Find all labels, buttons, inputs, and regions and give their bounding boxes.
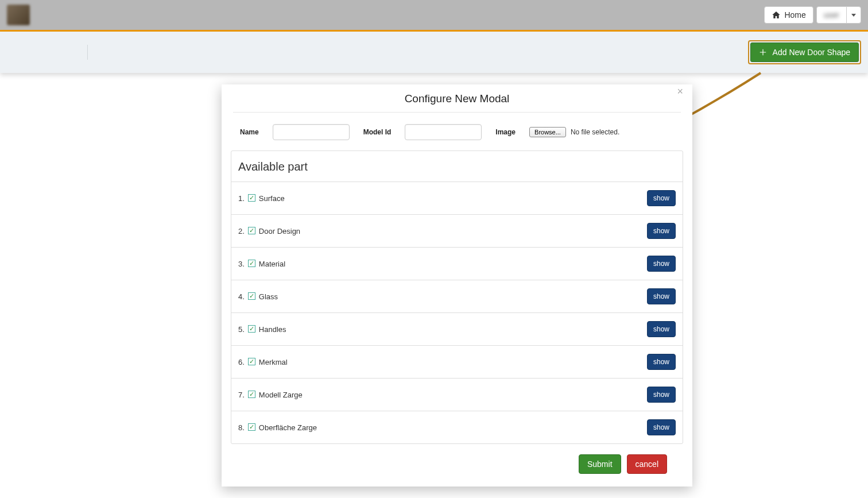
part-label: Modell Zarge: [259, 391, 303, 399]
user-dropdown-toggle[interactable]: [846, 6, 861, 24]
part-left: 4.Glass: [238, 292, 278, 301]
part-number: 2.: [238, 227, 245, 236]
part-label: Material: [259, 260, 285, 268]
part-number: 3.: [238, 260, 245, 268]
part-number: 7.: [238, 391, 245, 399]
part-label: Oberfläche Zarge: [259, 423, 317, 432]
add-new-door-shape-button[interactable]: Add New Door Shape: [750, 43, 859, 62]
add-button-label: Add New Door Shape: [773, 48, 850, 57]
parts-list: 1.Surfaceshow2.Door Designshow3.Material…: [231, 182, 683, 443]
part-number: 1.: [238, 194, 245, 203]
part-left: 1.Surface: [238, 194, 285, 203]
part-row: 6.Merkmalshow: [231, 346, 683, 379]
show-button[interactable]: show: [647, 419, 676, 435]
part-checkbox[interactable]: [248, 423, 255, 431]
part-row: 1.Surfaceshow: [231, 182, 683, 215]
part-checkbox[interactable]: [248, 358, 255, 365]
browse-button[interactable]: Browse...: [529, 127, 566, 137]
part-left: 7.Modell Zarge: [238, 391, 303, 399]
available-parts-title: Available part: [231, 151, 683, 182]
submit-button[interactable]: Submit: [579, 454, 621, 474]
part-label: Glass: [259, 292, 278, 301]
show-button[interactable]: show: [647, 288, 676, 304]
breadcrumb-area: [7, 44, 122, 61]
part-number: 4.: [238, 292, 245, 301]
divider: [87, 45, 88, 60]
file-status: No file selected.: [571, 128, 619, 136]
sub-header: Add New Door Shape: [0, 32, 868, 73]
part-left: 8.Oberfläche Zarge: [238, 423, 317, 432]
part-left: 2.Door Design: [238, 227, 300, 236]
part-checkbox[interactable]: [248, 260, 255, 267]
modal-header: Configure New Modal ×: [233, 84, 681, 113]
show-button[interactable]: show: [647, 256, 676, 272]
home-icon: [772, 10, 781, 20]
part-checkbox[interactable]: [248, 391, 255, 398]
part-checkbox[interactable]: [248, 292, 255, 300]
part-label: Door Design: [259, 227, 300, 236]
show-button[interactable]: show: [647, 321, 676, 337]
user-menu-group: user: [817, 6, 861, 24]
show-button[interactable]: show: [647, 354, 676, 370]
chevron-down-icon: [851, 14, 856, 17]
modelid-input[interactable]: [405, 124, 482, 140]
part-row: 3.Materialshow: [231, 248, 683, 280]
part-row: 2.Door Designshow: [231, 215, 683, 248]
part-label: Surface: [259, 194, 285, 203]
modal-close-button[interactable]: ×: [677, 86, 683, 98]
home-label: Home: [784, 10, 805, 20]
modal-form-row: Name Model Id Image Browse... No file se…: [222, 113, 692, 150]
part-number: 6.: [238, 358, 245, 366]
part-left: 3.Material: [238, 260, 285, 268]
show-button[interactable]: show: [647, 223, 676, 239]
part-number: 5.: [238, 325, 245, 334]
part-row: 8.Oberfläche Zargeshow: [231, 411, 683, 443]
part-checkbox[interactable]: [248, 325, 255, 333]
part-checkbox[interactable]: [248, 194, 255, 202]
top-right-controls: Home user: [764, 6, 861, 24]
part-row: 5.Handlesshow: [231, 313, 683, 346]
name-input[interactable]: [273, 124, 350, 140]
part-left: 5.Handles: [238, 325, 286, 334]
plus-icon: [759, 48, 767, 56]
add-button-highlight: Add New Door Shape: [748, 40, 861, 64]
app-logo: [7, 5, 30, 25]
configure-modal: Configure New Modal × Name Model Id Imag…: [222, 84, 692, 487]
user-name: user: [824, 10, 839, 20]
modal-footer: Submit cancel: [222, 444, 692, 475]
part-number: 8.: [238, 423, 245, 432]
name-label: Name: [240, 128, 259, 136]
modal-title: Configure New Modal: [233, 92, 681, 105]
available-parts-panel: Available part 1.Surfaceshow2.Door Desig…: [231, 150, 683, 444]
home-button[interactable]: Home: [764, 6, 813, 24]
top-bar: Home user: [0, 0, 868, 32]
part-row: 4.Glassshow: [231, 280, 683, 313]
image-file-group: Browse... No file selected.: [529, 127, 619, 137]
part-row: 7.Modell Zargeshow: [231, 379, 683, 411]
part-left: 6.Merkmal: [238, 358, 288, 366]
part-checkbox[interactable]: [248, 227, 255, 234]
part-label: Merkmal: [259, 358, 288, 366]
modelid-label: Model Id: [363, 128, 392, 136]
user-button[interactable]: user: [816, 6, 847, 24]
show-button[interactable]: show: [647, 387, 676, 403]
show-button[interactable]: show: [647, 190, 676, 206]
part-label: Handles: [259, 325, 286, 334]
cancel-button[interactable]: cancel: [627, 454, 667, 474]
image-label: Image: [495, 128, 516, 136]
